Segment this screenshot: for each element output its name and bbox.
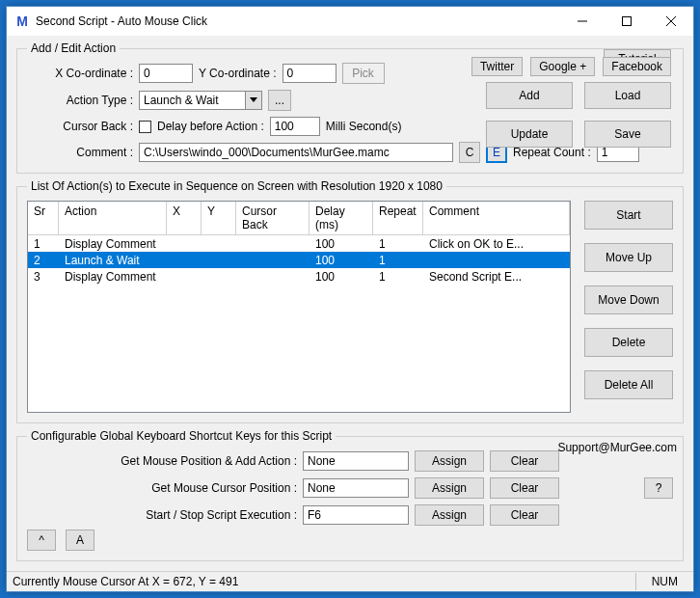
maximize-button[interactable] bbox=[605, 7, 649, 36]
action-type-value: Launch & Wait bbox=[139, 91, 245, 110]
cursor-back-checkbox[interactable] bbox=[139, 121, 151, 133]
col-repeat[interactable]: Repeat bbox=[373, 202, 423, 234]
col-delay[interactable]: Delay (ms) bbox=[310, 202, 373, 234]
add-edit-legend: Add / Edit Action bbox=[27, 41, 120, 55]
twitter-button[interactable]: Twitter bbox=[471, 57, 523, 76]
shortcut2-clear-button[interactable]: Clear bbox=[490, 477, 559, 499]
col-action[interactable]: Action bbox=[59, 202, 167, 234]
table-cell: Display Comment bbox=[59, 270, 167, 284]
table-cell: Second Script E... bbox=[423, 270, 570, 284]
table-cell: 1 bbox=[28, 237, 59, 251]
millisecond-label: Milli Second(s) bbox=[326, 120, 402, 133]
shortcut1-assign-button[interactable]: Assign bbox=[415, 450, 484, 472]
window-title: Second Script - Auto Mouse Click bbox=[36, 14, 560, 28]
shortcut3-input[interactable] bbox=[303, 505, 409, 525]
delete-button[interactable]: Delete bbox=[584, 328, 673, 357]
app-icon: M bbox=[14, 14, 30, 29]
col-y[interactable]: Y bbox=[202, 202, 236, 234]
shortcuts-group: Configurable Global Keyboard Shortcut Ke… bbox=[16, 429, 684, 561]
c-button[interactable]: C bbox=[459, 142, 480, 163]
move-up-button[interactable]: Move Up bbox=[584, 243, 673, 272]
table-row[interactable]: 2Launch & Wait1001 bbox=[28, 252, 570, 268]
table-cell: 3 bbox=[28, 270, 59, 284]
action-type-combo[interactable]: Launch & Wait bbox=[139, 91, 262, 110]
main-window: M Second Script - Auto Mouse Click Add /… bbox=[6, 6, 694, 592]
shortcut1-clear-button[interactable]: Clear bbox=[490, 450, 559, 472]
google-plus-button[interactable]: Google + bbox=[530, 57, 595, 76]
delete-all-button[interactable]: Delete All bbox=[584, 370, 673, 399]
actions-table[interactable]: Sr Action X Y Cursor Back Delay (ms) Rep… bbox=[27, 201, 571, 413]
comment-label: Comment : bbox=[27, 146, 133, 159]
action-type-label: Action Type : bbox=[27, 94, 133, 107]
shortcuts-legend: Configurable Global Keyboard Shortcut Ke… bbox=[27, 429, 336, 443]
table-cell: 1 bbox=[373, 254, 423, 267]
close-button[interactable] bbox=[649, 7, 693, 36]
svg-marker-4 bbox=[250, 97, 257, 102]
add-button[interactable]: Add bbox=[486, 82, 573, 109]
load-button[interactable]: Load bbox=[584, 82, 671, 109]
repeat-count-label: Repeat Count : bbox=[513, 146, 591, 159]
table-cell: 100 bbox=[310, 237, 373, 251]
x-coordinate-label: X Co-ordinate : bbox=[27, 67, 133, 80]
table-cell: 100 bbox=[310, 270, 373, 284]
shortcut2-label: Get Mouse Cursor Position : bbox=[27, 481, 297, 495]
col-x[interactable]: X bbox=[167, 202, 202, 234]
table-body: 1Display Comment1001Click on OK to E...2… bbox=[28, 235, 570, 285]
table-cell: Launch & Wait bbox=[59, 254, 167, 267]
shortcut3-label: Start / Stop Script Execution : bbox=[27, 508, 297, 522]
shortcut2-input[interactable] bbox=[303, 478, 409, 498]
y-coordinate-input[interactable] bbox=[283, 64, 337, 83]
statusbar: Currently Mouse Cursor At X = 672, Y = 4… bbox=[7, 571, 693, 591]
table-cell: 1 bbox=[373, 237, 423, 251]
client-area: Add / Edit Action Tutorial Twitter Googl… bbox=[7, 36, 693, 571]
shortcut1-label: Get Mouse Position & Add Action : bbox=[27, 454, 297, 468]
caret-button[interactable]: ^ bbox=[27, 530, 56, 551]
a-button[interactable]: A bbox=[66, 530, 94, 551]
table-cell: 1 bbox=[373, 270, 423, 284]
col-sr[interactable]: Sr bbox=[28, 202, 59, 234]
table-header: Sr Action X Y Cursor Back Delay (ms) Rep… bbox=[28, 202, 570, 235]
support-email[interactable]: Support@MurGee.com bbox=[557, 441, 677, 454]
save-button[interactable]: Save bbox=[584, 121, 671, 148]
y-coordinate-label: Y Co-ordinate : bbox=[199, 67, 277, 80]
x-coordinate-input[interactable] bbox=[139, 64, 193, 83]
delay-before-input[interactable] bbox=[270, 117, 320, 136]
help-button[interactable]: ? bbox=[644, 477, 673, 499]
add-edit-action-group: Add / Edit Action Tutorial Twitter Googl… bbox=[16, 41, 684, 174]
move-down-button[interactable]: Move Down bbox=[584, 285, 673, 314]
table-cell: Click on OK to E... bbox=[423, 237, 570, 251]
delay-before-label: Delay before Action : bbox=[157, 120, 264, 133]
action-type-more-button[interactable]: ... bbox=[268, 90, 291, 111]
table-cell: 100 bbox=[310, 254, 373, 267]
shortcut3-clear-button[interactable]: Clear bbox=[490, 504, 559, 526]
shortcut3-assign-button[interactable]: Assign bbox=[415, 504, 484, 526]
svg-rect-1 bbox=[623, 17, 632, 26]
table-row[interactable]: 1Display Comment1001Click on OK to E... bbox=[28, 235, 570, 252]
status-num: NUM bbox=[642, 575, 687, 588]
table-row[interactable]: 3Display Comment1001Second Script E... bbox=[28, 268, 570, 285]
minimize-button[interactable] bbox=[560, 7, 605, 36]
action-list-group: List Of Action(s) to Execute in Sequence… bbox=[16, 179, 684, 423]
status-cursor: Currently Mouse Cursor At X = 672, Y = 4… bbox=[13, 575, 630, 588]
titlebar[interactable]: M Second Script - Auto Mouse Click bbox=[7, 7, 693, 36]
pick-button[interactable]: Pick bbox=[342, 63, 385, 84]
status-separator bbox=[635, 573, 636, 590]
table-cell: 2 bbox=[28, 254, 59, 267]
chevron-down-icon[interactable] bbox=[245, 91, 262, 110]
cursor-back-label: Cursor Back : bbox=[27, 120, 133, 133]
shortcut1-input[interactable] bbox=[303, 451, 409, 471]
start-button[interactable]: Start bbox=[584, 201, 673, 230]
comment-input[interactable] bbox=[139, 143, 453, 162]
col-cursorback[interactable]: Cursor Back bbox=[236, 202, 310, 234]
action-list-legend: List Of Action(s) to Execute in Sequence… bbox=[27, 179, 446, 193]
facebook-button[interactable]: Facebook bbox=[603, 57, 671, 76]
shortcut2-assign-button[interactable]: Assign bbox=[415, 477, 484, 499]
col-comment[interactable]: Comment bbox=[423, 202, 570, 234]
table-cell: Display Comment bbox=[59, 237, 167, 251]
update-button[interactable]: Update bbox=[486, 121, 573, 148]
